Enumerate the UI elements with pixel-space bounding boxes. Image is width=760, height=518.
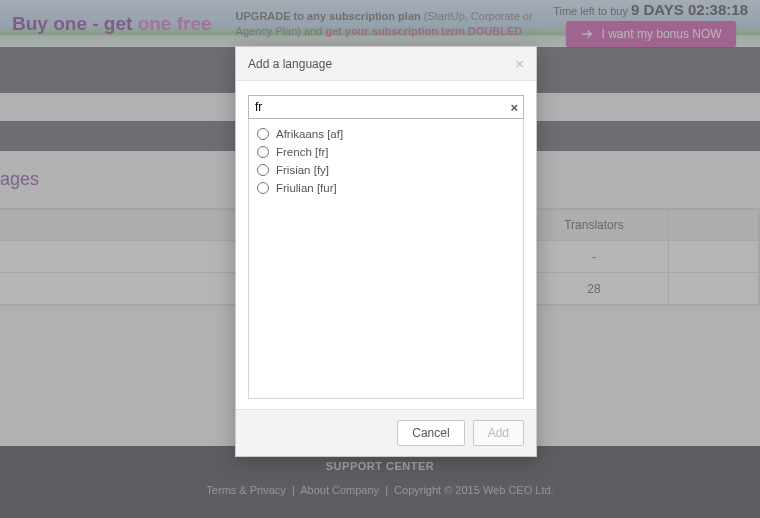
language-radio[interactable] xyxy=(257,164,269,176)
language-label: French [fr] xyxy=(276,146,328,158)
clear-search-icon[interactable]: × xyxy=(510,100,518,115)
language-radio[interactable] xyxy=(257,128,269,140)
search-wrap: × xyxy=(248,95,524,119)
language-option[interactable]: Frisian [fy] xyxy=(257,161,515,179)
modal-body: × Afrikaans [af] French [fr] Frisian [fy… xyxy=(236,81,536,409)
language-label: Afrikaans [af] xyxy=(276,128,343,140)
cancel-button[interactable]: Cancel xyxy=(397,420,464,446)
language-option[interactable]: Friulian [fur] xyxy=(257,179,515,197)
language-list[interactable]: Afrikaans [af] French [fr] Frisian [fy] … xyxy=(248,119,524,399)
close-icon[interactable]: × xyxy=(515,56,524,71)
add-button[interactable]: Add xyxy=(473,420,524,446)
modal-footer: Cancel Add xyxy=(236,409,536,456)
language-option[interactable]: Afrikaans [af] xyxy=(257,125,515,143)
language-radio[interactable] xyxy=(257,182,269,194)
language-option[interactable]: French [fr] xyxy=(257,143,515,161)
language-label: Friulian [fur] xyxy=(276,182,337,194)
modal-header: Add a language × xyxy=(236,47,536,81)
language-search-input[interactable] xyxy=(249,97,523,117)
add-language-modal: Add a language × × Afrikaans [af] French… xyxy=(235,46,537,457)
modal-title: Add a language xyxy=(248,57,332,71)
language-label: Frisian [fy] xyxy=(276,164,329,176)
language-radio[interactable] xyxy=(257,146,269,158)
